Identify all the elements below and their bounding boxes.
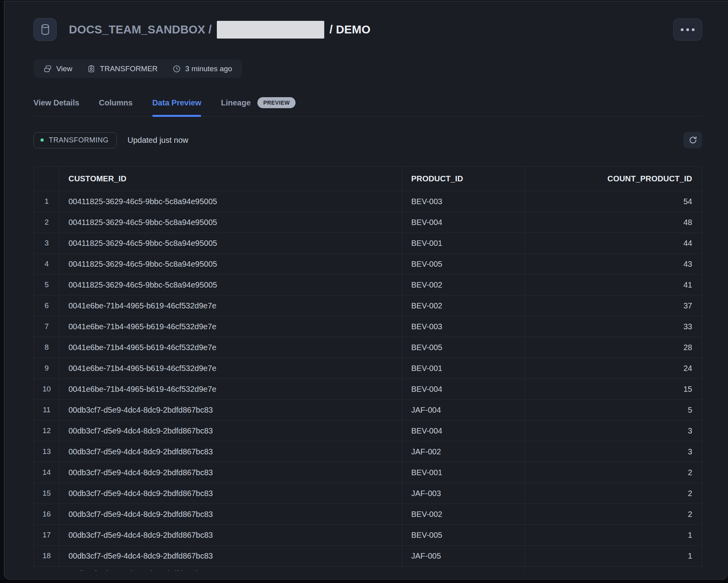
meta-bar: View TRANSFORMER 3 minutes ago bbox=[33, 59, 242, 78]
table-row[interactable]: 400411825-3629-46c5-9bbc-5c8a94e95005BEV… bbox=[34, 254, 702, 275]
more-options-button[interactable] bbox=[673, 18, 702, 41]
cell-customer-id[interactable]: 00411825-3629-46c5-9bbc-5c8a94e95005 bbox=[60, 275, 403, 295]
tab-data-preview[interactable]: Data Preview bbox=[152, 98, 201, 116]
cell-product-id[interactable]: JAF-004 bbox=[403, 400, 525, 420]
table-row[interactable]: 300411825-3629-46c5-9bbc-5c8a94e95005BEV… bbox=[34, 233, 702, 254]
row-index: 1 bbox=[34, 191, 60, 212]
row-index: 4 bbox=[34, 254, 60, 274]
table-row[interactable]: 1500db3cf7-d5e9-4dc4-8dc9-2bdfd867bc83JA… bbox=[34, 483, 702, 504]
cell-count[interactable]: 2 bbox=[525, 504, 702, 524]
table-header-row: CUSTOMER_ID PRODUCT_ID COUNT_PRODUCT_ID bbox=[34, 167, 702, 191]
cell-count[interactable]: 44 bbox=[525, 233, 702, 253]
cell-count[interactable]: 1 bbox=[525, 525, 702, 545]
table-row[interactable]: 100411825-3629-46c5-9bbc-5c8a94e95005BEV… bbox=[34, 191, 702, 212]
cell-count[interactable]: 41 bbox=[525, 275, 702, 295]
cell-product-id[interactable]: JAF-002 bbox=[403, 441, 525, 462]
cell-customer-id[interactable]: 0041e6be-71b4-4965-b619-46cf532d9e7e bbox=[60, 337, 403, 358]
cell-count[interactable]: 3 bbox=[525, 441, 702, 462]
cell-product-id[interactable]: JAF-005 bbox=[403, 546, 525, 566]
cell-product-id[interactable]: BEV-004 bbox=[403, 212, 525, 232]
cell-customer-id[interactable]: 0041e6be-71b4-4965-b619-46cf532d9e7e bbox=[60, 316, 403, 337]
cell-customer-id[interactable]: 00db3cf7-d5e9-4dc4-8dc9-2bdfd867bc83 bbox=[60, 525, 403, 545]
row-index: 16 bbox=[34, 504, 60, 524]
title-suffix: / DEMO bbox=[329, 23, 370, 36]
tab-lineage[interactable]: Lineage bbox=[221, 98, 251, 116]
updated-text: Updated just now bbox=[127, 136, 188, 145]
cell-product-id[interactable]: BEV-001 bbox=[403, 358, 525, 378]
cell-count[interactable]: 33 bbox=[525, 316, 702, 337]
cell-count[interactable]: 54 bbox=[525, 191, 702, 212]
preview-badge: PREVIEW bbox=[257, 97, 296, 108]
table-row[interactable]: 500411825-3629-46c5-9bbc-5c8a94e95005BEV… bbox=[34, 275, 702, 295]
node-role-label: TRANSFORMER bbox=[100, 65, 158, 73]
table-row[interactable]: 1200db3cf7-d5e9-4dc4-8dc9-2bdfd867bc83BE… bbox=[34, 421, 702, 441]
cell-customer-id[interactable]: 00db3cf7-d5e9-4dc4-8dc9-2bdfd867bc83 bbox=[60, 421, 403, 441]
cell-customer-id[interactable]: 0041e6be-71b4-4965-b619-46cf532d9e7e bbox=[60, 379, 403, 399]
data-preview-table: CUSTOMER_ID PRODUCT_ID COUNT_PRODUCT_ID … bbox=[33, 166, 702, 571]
cell-customer-id[interactable]: 00db3cf7-d5e9-4dc4-8dc9-2bdfd867bc83 bbox=[60, 504, 403, 524]
cell-product-id[interactable]: BEV-002 bbox=[403, 295, 525, 316]
cell-count[interactable]: 2 bbox=[525, 483, 702, 504]
cell-count[interactable]: 1 bbox=[525, 546, 702, 566]
table-row[interactable]: 90041e6be-71b4-4965-b619-46cf532d9e7eBEV… bbox=[34, 358, 702, 379]
table-row[interactable]: 70041e6be-71b4-4965-b619-46cf532d9e7eBEV… bbox=[34, 316, 702, 337]
cell-product-id[interactable]: BEV-005 bbox=[403, 337, 525, 358]
cell-count[interactable]: 43 bbox=[525, 254, 702, 274]
cell-customer-id[interactable]: 00db3cf7-d5e9-4dc4-8dc9-2bdfd867bc83 bbox=[60, 441, 403, 462]
table-body: 100411825-3629-46c5-9bbc-5c8a94e95005BEV… bbox=[34, 191, 702, 571]
node-type-label: View bbox=[56, 65, 72, 73]
tab-columns[interactable]: Columns bbox=[99, 98, 133, 116]
cell-customer-id[interactable]: 00db3cf7-d5e9-4dc4-8dc9-2bdfd867bc83 bbox=[60, 546, 403, 566]
cell-product-id[interactable]: BEV-003 bbox=[403, 316, 525, 337]
cell-product-id[interactable]: BEV-002 bbox=[403, 504, 525, 524]
cell-customer-id[interactable]: 00db3cf7-d5e9-4dc4-8dc9-2bdfd867bc83 bbox=[60, 400, 403, 420]
cell-count[interactable]: 15 bbox=[525, 379, 702, 399]
refresh-button[interactable] bbox=[684, 132, 702, 148]
header-row-index bbox=[34, 167, 60, 191]
table-row[interactable]: 100041e6be-71b4-4965-b619-46cf532d9e7eBE… bbox=[34, 379, 702, 400]
clock-icon bbox=[172, 65, 181, 73]
table-row[interactable]: 1100db3cf7-d5e9-4dc4-8dc9-2bdfd867bc83JA… bbox=[34, 400, 702, 421]
cell-customer-id[interactable]: 00411825-3629-46c5-9bbc-5c8a94e95005 bbox=[60, 254, 403, 274]
cell-product-id[interactable] bbox=[403, 566, 525, 571]
cell-product-id[interactable]: BEV-005 bbox=[403, 525, 525, 545]
cell-count[interactable]: 37 bbox=[525, 295, 702, 316]
cell-product-id[interactable]: BEV-004 bbox=[403, 421, 525, 441]
cell-product-id[interactable]: JAF-003 bbox=[403, 483, 525, 504]
page-title: DOCS_TEAM_SANDBOX / / DEMO bbox=[69, 21, 370, 39]
cell-product-id[interactable]: BEV-001 bbox=[403, 462, 525, 483]
cell-product-id[interactable]: BEV-005 bbox=[403, 254, 525, 274]
cell-count[interactable]: 48 bbox=[525, 212, 702, 232]
cell-count[interactable] bbox=[525, 566, 702, 571]
cell-count[interactable]: 5 bbox=[525, 400, 702, 420]
table-row[interactable]: 1300db3cf7-d5e9-4dc4-8dc9-2bdfd867bc83JA… bbox=[34, 441, 702, 462]
table-row[interactable]: 80041e6be-71b4-4965-b619-46cf532d9e7eBEV… bbox=[34, 337, 702, 358]
cell-count[interactable]: 2 bbox=[525, 462, 702, 483]
table-row[interactable]: 1800db3cf7-d5e9-4dc4-8dc9-2bdfd867bc83JA… bbox=[34, 546, 702, 566]
cell-product-id[interactable]: BEV-001 bbox=[403, 233, 525, 253]
cell-count[interactable]: 24 bbox=[525, 358, 702, 378]
database-icon-box bbox=[33, 18, 57, 41]
cell-product-id[interactable]: BEV-004 bbox=[403, 379, 525, 399]
cell-product-id[interactable]: BEV-003 bbox=[403, 191, 525, 212]
table-row[interactable]: 1600db3cf7-d5e9-4dc4-8dc9-2bdfd867bc83BE… bbox=[34, 504, 702, 525]
table-row[interactable]: 1400db3cf7-d5e9-4dc4-8dc9-2bdfd867bc83BE… bbox=[34, 462, 702, 483]
cell-customer-id[interactable]: 00411825-3629-46c5-9bbc-5c8a94e95005 bbox=[60, 212, 403, 232]
cell-customer-id[interactable]: 00db3cf7-d5e9-4dc4-8dc9-2bdfd867bc83 bbox=[60, 566, 403, 571]
cell-customer-id[interactable]: 0041e6be-71b4-4965-b619-46cf532d9e7e bbox=[60, 358, 403, 378]
cell-count[interactable]: 3 bbox=[525, 421, 702, 441]
redacted-segment bbox=[217, 21, 324, 39]
cell-product-id[interactable]: BEV-002 bbox=[403, 275, 525, 295]
cell-count[interactable]: 28 bbox=[525, 337, 702, 358]
cell-customer-id[interactable]: 00411825-3629-46c5-9bbc-5c8a94e95005 bbox=[60, 233, 403, 253]
table-row[interactable]: 60041e6be-71b4-4965-b619-46cf532d9e7eBEV… bbox=[34, 295, 702, 316]
cell-customer-id[interactable]: 00411825-3629-46c5-9bbc-5c8a94e95005 bbox=[60, 191, 403, 212]
table-row[interactable]: 00db3cf7-d5e9-4dc4-8dc9-2bdfd867bc83 bbox=[34, 566, 702, 571]
table-row[interactable]: 1700db3cf7-d5e9-4dc4-8dc9-2bdfd867bc83BE… bbox=[34, 525, 702, 546]
row-index: 15 bbox=[34, 483, 60, 504]
cell-customer-id[interactable]: 00db3cf7-d5e9-4dc4-8dc9-2bdfd867bc83 bbox=[60, 462, 403, 483]
cell-customer-id[interactable]: 0041e6be-71b4-4965-b619-46cf532d9e7e bbox=[60, 295, 403, 316]
cell-customer-id[interactable]: 00db3cf7-d5e9-4dc4-8dc9-2bdfd867bc83 bbox=[60, 483, 403, 504]
table-row[interactable]: 200411825-3629-46c5-9bbc-5c8a94e95005BEV… bbox=[34, 212, 702, 233]
tab-view-details[interactable]: View Details bbox=[33, 98, 79, 116]
